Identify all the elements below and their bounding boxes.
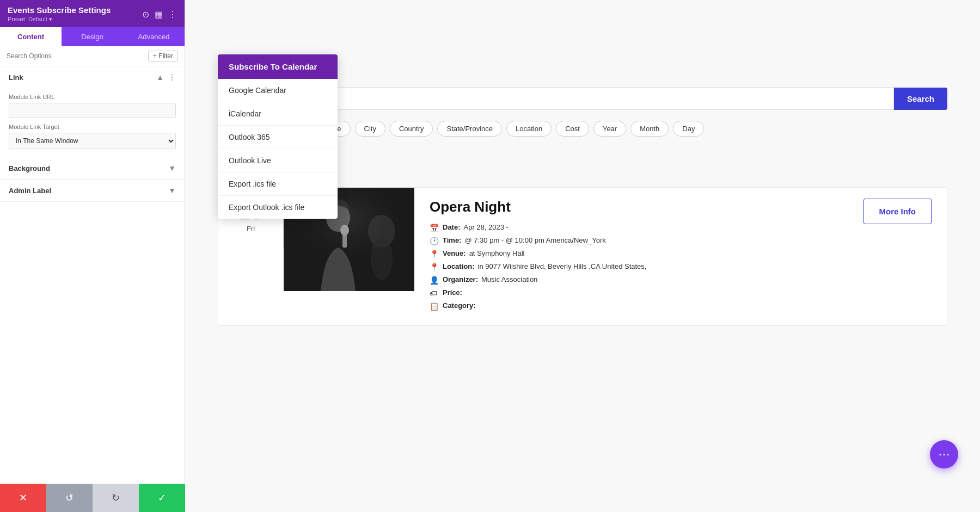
dropdown-item-export-outlook[interactable]: Export Outlook .ics file: [218, 196, 338, 219]
event-card-inner: Opera Night 📅 Date: Apr 28, 2023 - 🕐 Tim…: [414, 188, 947, 325]
event-time-row: 🕐 Time: @ 7:30 pm - @ 10:00 pm America/N…: [430, 236, 848, 245]
category-label: Category:: [443, 301, 476, 310]
search-options-bar: + Filter: [0, 46, 185, 66]
dropdown-item-icalendar[interactable]: iCalendar: [218, 102, 338, 126]
dropdown-item-outlook-live[interactable]: Outlook Live: [218, 149, 338, 172]
background-section: Background ▼: [0, 157, 185, 180]
bottom-toolbar: ✕ ↺ ↻ ✓: [0, 484, 185, 512]
background-section-header[interactable]: Background ▼: [0, 157, 185, 179]
organizer-label: Organizer:: [443, 275, 478, 283]
link-section: Link ▲ ⋮ Module Link URL Module Link Tar…: [0, 66, 185, 157]
location-label: Location:: [443, 262, 475, 270]
venue-pin-icon: 📍: [430, 250, 439, 258]
collapse-icon: ▲: [156, 73, 164, 82]
pill-cost[interactable]: Cost: [556, 121, 589, 137]
fab-button[interactable]: ⋯: [930, 440, 958, 468]
layout-icon[interactable]: ▦: [155, 9, 163, 20]
subscribe-dropdown-header[interactable]: Subscribe To Calendar: [218, 54, 338, 79]
left-panel: Events Subscribe Settings Preset: Defaul…: [0, 0, 185, 512]
dropdown-item-export-ics[interactable]: Export .ics file: [218, 172, 338, 196]
save-button[interactable]: ✓: [139, 484, 185, 512]
tab-content[interactable]: Content: [0, 27, 62, 46]
settings-icon[interactable]: ⊙: [142, 9, 149, 20]
redo-button[interactable]: ↻: [93, 484, 139, 512]
tab-design[interactable]: Design: [62, 27, 123, 46]
event-date-row: 📅 Date: Apr 28, 2023 -: [430, 223, 848, 232]
module-link-target-select[interactable]: In The Same Window: [9, 133, 176, 149]
subscribe-dropdown: Subscribe To Calendar Google Calendar iC…: [218, 54, 338, 219]
filter-button[interactable]: + Filter: [148, 51, 178, 61]
panel-tabs: Content Design Advanced: [0, 27, 185, 46]
event-title: Opera Night: [430, 199, 848, 215]
panel-header-icons: ⊙ ▦ ⋮: [142, 9, 177, 20]
module-link-target-label: Module Link Target: [9, 124, 176, 130]
background-section-title: Background: [9, 164, 50, 172]
undo-button[interactable]: ↺: [46, 484, 93, 512]
pill-state[interactable]: State/Province: [437, 121, 502, 137]
link-section-icons: ▲ ⋮: [156, 73, 176, 82]
event-venue-row: 📍 Venue: at Symphony Hall: [430, 249, 848, 258]
tab-advanced[interactable]: Advanced: [123, 27, 185, 46]
panel-preset[interactable]: Preset: Default ▾: [8, 16, 111, 23]
admin-label-section-header[interactable]: Admin Label ▼: [0, 180, 185, 201]
event-location-row: 📍 Location: in 9077 Wilshire Blvd, Bever…: [430, 262, 848, 272]
pill-location[interactable]: Location: [506, 121, 552, 137]
link-section-header[interactable]: Link ▲ ⋮: [0, 66, 185, 88]
time-label: Time:: [443, 236, 461, 244]
category-icon: 📋: [430, 302, 439, 311]
organizer-value: Music Association: [481, 275, 537, 283]
search-options-input[interactable]: [7, 52, 144, 60]
time-value: @ 7:30 pm - @ 10:00 pm America/New_York: [464, 236, 605, 244]
admin-label-section-title: Admin Label: [9, 187, 51, 195]
venue-label: Venue:: [443, 249, 466, 257]
pill-country[interactable]: Country: [390, 121, 433, 137]
date-label: Date:: [443, 223, 461, 231]
admin-label-section: Admin Label ▼: [0, 180, 185, 202]
price-label: Price:: [443, 288, 462, 297]
dropdown-item-outlook365[interactable]: Outlook 365: [218, 126, 338, 149]
date-value: Apr 28, 2023 -: [464, 223, 509, 231]
pill-year[interactable]: Year: [593, 121, 626, 137]
calendar-icon: 📅: [430, 224, 439, 232]
link-section-content: Module Link URL Module Link Target In Th…: [0, 94, 185, 157]
module-link-url-label: Module Link URL: [9, 94, 176, 100]
pill-city[interactable]: City: [355, 121, 385, 137]
cancel-button[interactable]: ✕: [0, 484, 46, 512]
more-icon[interactable]: ⋮: [168, 9, 177, 20]
more-info-button[interactable]: More Info: [863, 199, 932, 224]
link-section-title: Link: [9, 73, 23, 82]
options-icon[interactable]: ⋮: [168, 73, 176, 82]
search-button[interactable]: Search: [894, 88, 947, 110]
dropdown-item-google[interactable]: Google Calendar: [218, 79, 338, 102]
clock-icon: 🕐: [430, 237, 439, 245]
venue-value: at Symphony Hall: [469, 249, 525, 257]
right-content: Subscribe To Calendar Google Calendar iC…: [185, 0, 980, 512]
expand-icon-2: ▼: [168, 186, 176, 195]
location-pin-icon: 📍: [430, 263, 439, 272]
event-price-row: 🏷 Price:: [430, 288, 848, 298]
panel-title: Events Subscribe Settings: [8, 5, 111, 15]
price-icon: 🏷: [430, 289, 439, 298]
event-details: Opera Night 📅 Date: Apr 28, 2023 - 🕐 Tim…: [414, 188, 863, 325]
admin-label-section-icons: ▼: [168, 186, 176, 195]
expand-icon: ▼: [168, 164, 176, 172]
background-section-icons: ▼: [168, 164, 176, 172]
panel-header: Events Subscribe Settings Preset: Defaul…: [0, 0, 185, 27]
pill-month[interactable]: Month: [630, 121, 669, 137]
module-link-url-input[interactable]: [9, 103, 176, 118]
pill-day[interactable]: Day: [673, 121, 704, 137]
event-category-row: 📋 Category:: [430, 301, 848, 311]
event-organizer-row: 👤 Organizer: Music Association: [430, 275, 848, 285]
organizer-icon: 👤: [430, 276, 439, 285]
event-date-day: Fri: [247, 225, 255, 233]
location-value: in 9077 Wilshire Blvd, Beverly Hills ,CA…: [478, 262, 647, 270]
